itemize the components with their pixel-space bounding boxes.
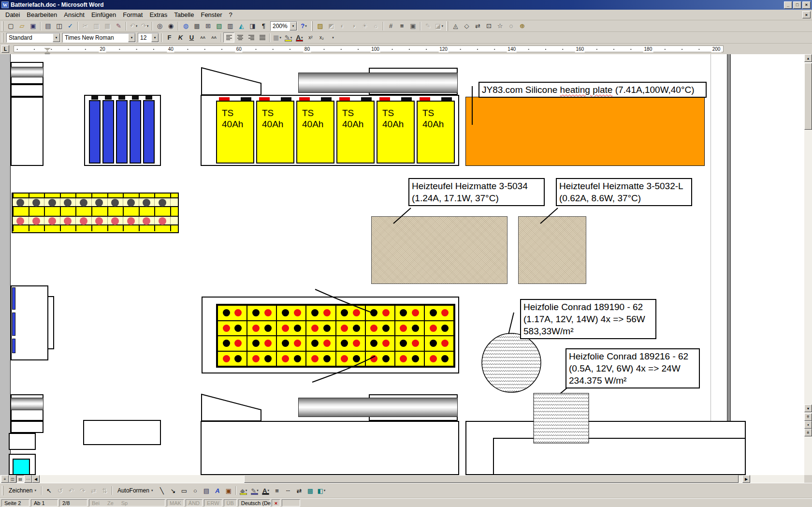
zoom-combo-dropdown-icon[interactable]: ▾ xyxy=(290,22,297,30)
autoformen-menu[interactable]: AutoFormen▾ xyxy=(114,486,157,495)
menu-?[interactable]: ? xyxy=(226,10,236,20)
blue-battery-cell[interactable] xyxy=(102,100,114,164)
metal-cylinder[interactable] xyxy=(298,73,458,93)
cyan-block[interactable] xyxy=(13,459,30,475)
fill-color-icon[interactable]: ◆▾ xyxy=(238,486,249,496)
align-justify-button[interactable] xyxy=(257,32,268,43)
blue-battery-cell[interactable] xyxy=(116,100,128,164)
style-combo-dropdown-icon[interactable]: ▾ xyxy=(53,33,60,42)
ts-battery-cell[interactable]: TS40Ah xyxy=(377,101,415,164)
menu-ansicht[interactable]: Ansicht xyxy=(60,10,88,20)
view-normal-button[interactable]: ≡ xyxy=(1,475,9,483)
set-transparent-color-icon[interactable]: ◪▾ xyxy=(434,21,445,31)
free-rotate-icon[interactable]: ↺ xyxy=(55,486,66,496)
open-icon[interactable]: ▱ xyxy=(16,21,28,31)
menu-tabelle[interactable]: Tabelle xyxy=(171,10,197,20)
subscript-button[interactable]: x₂ xyxy=(316,32,327,43)
bold-button[interactable]: F xyxy=(164,32,175,43)
crop-icon[interactable]: # xyxy=(385,21,396,31)
toolbar-handle[interactable] xyxy=(2,33,3,43)
minimize-button[interactable]: _ xyxy=(784,1,792,9)
toolbar-handle[interactable] xyxy=(2,21,3,31)
line-tool-icon[interactable]: ╲ xyxy=(156,486,167,496)
threed-icon[interactable]: ◧▾ xyxy=(316,486,327,496)
shape-box[interactable] xyxy=(493,438,746,475)
battery-pack-grid[interactable] xyxy=(216,304,455,368)
print-preview-icon[interactable]: ◫ xyxy=(54,21,65,31)
align-right-button[interactable] xyxy=(246,32,257,43)
status-mak[interactable]: MAK xyxy=(167,499,184,507)
horizontal-scrollbar[interactable]: ≡◫▤⋯ ◀ ▶ xyxy=(0,475,812,483)
format-picture-icon[interactable]: ✎ xyxy=(422,21,434,31)
flip-vertical-icon[interactable]: ⇅ xyxy=(99,486,110,496)
brightness-up-icon[interactable]: ☀ xyxy=(359,21,370,31)
ts-battery-cell[interactable]: TS40Ah xyxy=(417,101,455,164)
blue-battery-cell[interactable] xyxy=(143,100,155,164)
rotate-or-flip-icon[interactable]: ⇄ xyxy=(472,21,483,31)
dash-style-icon[interactable]: ┄ xyxy=(282,486,293,496)
edit-points-icon[interactable]: ◬ xyxy=(450,21,461,31)
arrow-tool-icon[interactable]: ↘ xyxy=(167,486,178,496)
cut-icon[interactable]: ✂ xyxy=(80,21,91,31)
shape-box[interactable] xyxy=(11,97,44,166)
select-objects-icon[interactable]: ↖ xyxy=(44,486,55,496)
menu-extras[interactable]: Extras xyxy=(146,10,171,20)
columns-icon[interactable]: ▥ xyxy=(225,21,236,31)
horizontal-scroll-thumb[interactable] xyxy=(244,475,739,483)
new-drawing-canvas-icon[interactable]: ⊕ xyxy=(517,21,528,31)
horizontal-ruler[interactable]: L 20406080100120140160180200 xyxy=(0,44,812,54)
heat-mat-2[interactable] xyxy=(518,216,586,284)
align-left-button[interactable] xyxy=(223,32,234,43)
show-paragraphs-icon[interactable]: ¶ xyxy=(258,21,269,31)
ts-battery-cell[interactable]: TS40Ah xyxy=(336,101,375,164)
scroll-down-icon[interactable]: ▼ xyxy=(804,404,812,412)
drawing-toggle-icon[interactable]: ◭ xyxy=(236,21,247,31)
blue-battery-cell[interactable] xyxy=(130,100,141,164)
shape-box[interactable] xyxy=(11,421,44,433)
metal-cylinder[interactable] xyxy=(298,398,458,417)
menu-einfgen[interactable]: Einfügen xyxy=(88,10,119,20)
font-size-combo[interactable]: 12▾ xyxy=(138,33,159,43)
metal-rod-section[interactable] xyxy=(11,398,44,410)
font-combo-dropdown-icon[interactable]: ▾ xyxy=(128,33,135,42)
heat-foil-circle[interactable] xyxy=(482,333,541,392)
char-scale-up-icon[interactable]: AA xyxy=(208,32,219,43)
shadow-icon[interactable]: ▩ xyxy=(304,486,316,496)
spelling-icon[interactable]: ✓ xyxy=(65,21,76,31)
contrast-up-icon[interactable]: ◐ xyxy=(337,21,348,31)
menu-format[interactable]: Format xyxy=(119,10,146,20)
font-color-icon[interactable]: A▾ xyxy=(294,32,305,43)
superscript-button[interactable]: x² xyxy=(305,32,316,43)
undo-icon[interactable]: ↶▾ xyxy=(128,21,139,31)
status-ueb[interactable]: ÜB xyxy=(224,499,237,507)
spelling-status-icon[interactable]: × xyxy=(272,499,280,507)
next-page-icon[interactable]: ⇊ xyxy=(804,429,812,436)
wordart-icon[interactable]: A xyxy=(212,486,223,496)
view-outline-button[interactable]: ⋯ xyxy=(24,475,32,483)
label-heizfolie-2[interactable]: Heizfolie Conrad 189216 - 62 (0.5A, 12V,… xyxy=(566,348,700,388)
view-web-layout-button[interactable]: ◫ xyxy=(9,475,16,483)
label-heizmatte-1[interactable]: Heizteufel Heizmatte 3-5034 (1.24A, 17.1… xyxy=(408,178,545,206)
style-combo[interactable]: Standard▾ xyxy=(6,33,60,43)
line-style-icon[interactable]: ≡ xyxy=(396,21,407,31)
char-scale-down-icon[interactable]: AA xyxy=(197,32,208,43)
ts-battery-cell[interactable]: TS40Ah xyxy=(256,101,294,164)
document-close-button[interactable]: × xyxy=(802,11,811,18)
rotate-right-icon[interactable]: ↷ xyxy=(77,486,88,496)
insert-excel-icon[interactable]: ▧ xyxy=(214,21,225,31)
insert-hyperlink-icon[interactable]: ◍ xyxy=(180,21,191,31)
ts-battery-cell[interactable]: TS40Ah xyxy=(296,101,334,164)
draw-font-color-icon[interactable]: A▾ xyxy=(260,486,271,496)
label-heating-plate[interactable]: JY83.com Silicone heating plate (7.41A,1… xyxy=(478,82,707,98)
zoom-combo[interactable]: 200%▾ xyxy=(270,21,297,31)
text-wrapping-icon[interactable]: ▣ xyxy=(407,21,419,31)
maximize-button[interactable]: □ xyxy=(793,1,801,9)
new-document-icon[interactable]: ▢ xyxy=(5,21,16,31)
menu-fenster[interactable]: Fenster xyxy=(197,10,225,20)
heat-mat-1[interactable] xyxy=(371,216,508,284)
callouts-icon[interactable]: ◌ xyxy=(506,21,517,31)
tables-and-borders-icon[interactable]: ▩ xyxy=(191,21,203,31)
scroll-left-icon[interactable]: ◀ xyxy=(32,475,40,483)
draw-line-style-icon[interactable]: ≡ xyxy=(271,486,282,496)
rotate-left-icon[interactable]: ↶ xyxy=(66,486,77,496)
